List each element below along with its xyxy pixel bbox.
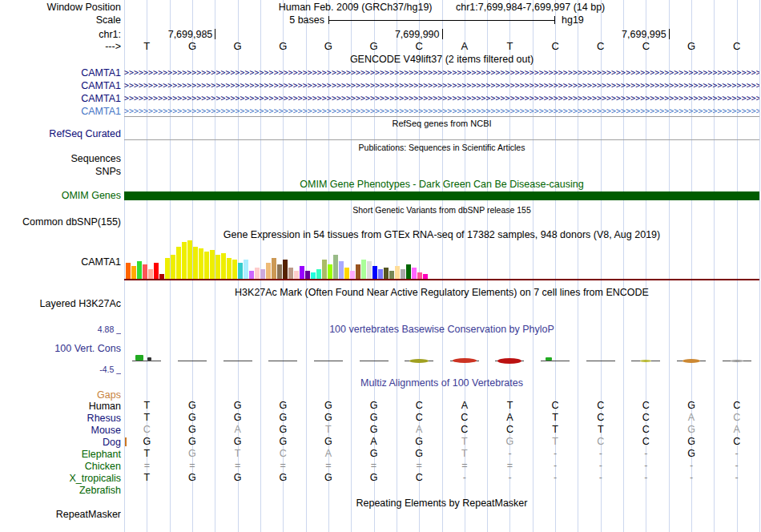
dbsnp-track-label[interactable]: Common dbSNP(155) — [0, 216, 121, 228]
assembly-tag: hg19 — [562, 14, 584, 26]
gtex-bar[interactable] — [305, 271, 310, 279]
h3k27ac-header: H3K27Ac Mark (Often Found Near Active Re… — [124, 287, 759, 298]
gtex-bar[interactable] — [367, 261, 372, 279]
gtex-bar[interactable] — [277, 264, 282, 279]
gtex-bar[interactable] — [199, 248, 203, 279]
gtex-bar[interactable] — [361, 260, 366, 279]
publications-header-row: Publications: Sequences in Scientific Ar… — [0, 142, 761, 153]
scale-bar-right-tick — [554, 16, 555, 24]
gtex-bar[interactable] — [143, 264, 147, 279]
species-label[interactable]: Rhesus — [0, 413, 121, 424]
gtex-bar[interactable] — [417, 272, 422, 279]
species-label[interactable]: Elephant — [0, 449, 121, 460]
gtex-bar[interactable] — [232, 260, 237, 279]
gtex-bar[interactable] — [238, 263, 243, 279]
species-label[interactable]: Mouse — [0, 425, 121, 436]
gtex-bar[interactable] — [328, 264, 332, 279]
alignment-base: G — [306, 412, 352, 424]
gtex-bar[interactable] — [193, 247, 198, 279]
gtex-bar[interactable] — [227, 258, 232, 279]
gene-strand-arrows[interactable]: >>>>>>>>>>>>>>>>>>>>>>>>>>>>>>>>>>>>>>>>… — [124, 92, 759, 105]
gaps-label[interactable]: Gaps — [0, 389, 121, 401]
alignment-base: A — [442, 400, 488, 412]
gtex-bar[interactable] — [356, 264, 360, 279]
gtex-bar[interactable] — [215, 255, 220, 279]
gtex-bar[interactable] — [176, 247, 181, 279]
snps-track-label[interactable]: SNPs — [0, 166, 121, 177]
gtex-bar[interactable] — [395, 266, 400, 279]
conservation-min-row: -4.5 _ — [0, 364, 761, 375]
gtex-bar[interactable] — [255, 268, 260, 279]
species-label[interactable]: Chicken — [0, 461, 121, 472]
gtex-bar[interactable] — [126, 263, 131, 279]
gtex-track-label[interactable]: CAMTA1 — [0, 256, 121, 268]
gene-strand-arrows[interactable]: >>>>>>>>>>>>>>>>>>>>>>>>>>>>>>>>>>>>>>>>… — [124, 105, 759, 118]
gtex-bar[interactable] — [249, 271, 254, 279]
gtex-bar[interactable] — [322, 260, 327, 279]
species-label[interactable]: X_tropicalis — [0, 473, 121, 484]
gtex-bar[interactable] — [384, 268, 389, 279]
species-label[interactable]: Dog — [0, 437, 121, 448]
repeatmasker-header-row: Repeating Elements by RepeatMasker — [0, 498, 761, 509]
gtex-bar[interactable] — [182, 242, 187, 279]
alignment-base: G — [351, 412, 397, 424]
species-label[interactable]: Human — [0, 401, 121, 412]
gtex-bar[interactable] — [401, 269, 405, 279]
sequences-track-label[interactable]: Sequences — [0, 153, 121, 164]
gtex-bar[interactable] — [165, 258, 170, 279]
omim-gene-bar[interactable] — [124, 191, 759, 200]
gtex-bar[interactable] — [288, 268, 293, 279]
gene-strand-arrows[interactable]: >>>>>>>>>>>>>>>>>>>>>>>>>>>>>>>>>>>>>>>>… — [124, 66, 759, 79]
phylop-mark — [147, 357, 151, 361]
gtex-bar[interactable] — [154, 263, 159, 279]
alignment-base: G — [215, 400, 260, 412]
gtex-bar[interactable] — [221, 253, 226, 279]
refseq-curated-label[interactable]: RefSeq Curated — [0, 128, 121, 139]
gtex-bar[interactable] — [148, 269, 153, 279]
gene-label[interactable]: CAMTA1 — [0, 93, 121, 104]
gtex-bar[interactable] — [244, 260, 248, 279]
gtex-bar[interactable] — [266, 263, 271, 279]
gtex-bar[interactable] — [171, 255, 175, 279]
gtex-bar[interactable] — [137, 261, 142, 279]
gtex-bar[interactable] — [316, 269, 321, 279]
gtex-bar[interactable] — [300, 266, 304, 279]
window-position-row: Window Position Human Feb. 2009 (GRCh37/… — [0, 2, 761, 13]
scale-bar-line — [328, 20, 555, 21]
species-label[interactable]: Zebrafish — [0, 485, 121, 496]
gtex-bar[interactable] — [283, 260, 288, 279]
gtex-bar[interactable] — [311, 272, 316, 279]
snps-track-row: SNPs — [0, 166, 761, 177]
gtex-bar[interactable] — [187, 240, 192, 279]
gtex-bar[interactable] — [372, 266, 377, 279]
gtex-bar[interactable] — [344, 268, 349, 279]
gtex-bar[interactable] — [272, 258, 276, 279]
gtex-bar[interactable] — [339, 261, 344, 279]
alignment-base: = — [397, 460, 442, 472]
gtex-bar[interactable] — [406, 264, 411, 279]
conservation-track-label[interactable]: 100 Vert. Cons — [0, 343, 121, 354]
gtex-bar[interactable] — [423, 274, 428, 279]
phylop-zero-tick — [314, 361, 343, 361]
repeatmasker-track-label[interactable]: RepeatMasker — [0, 509, 121, 520]
gtex-bar[interactable] — [210, 250, 215, 279]
gtex-bar[interactable] — [294, 271, 299, 279]
gtex-bar[interactable] — [333, 255, 338, 279]
gtex-bar[interactable] — [204, 252, 209, 279]
alignment-row[interactable] — [124, 484, 759, 496]
gtex-bar[interactable] — [350, 271, 355, 279]
gtex-bar[interactable] — [412, 268, 417, 279]
gtex-bar[interactable] — [260, 269, 265, 279]
gtex-bar[interactable] — [378, 269, 383, 279]
gtex-bar[interactable] — [159, 274, 164, 279]
h3k27ac-track-label[interactable]: Layered H3K27Ac — [0, 298, 121, 309]
gene-strand-arrows[interactable]: >>>>>>>>>>>>>>>>>>>>>>>>>>>>>>>>>>>>>>>>… — [124, 79, 759, 92]
gene-label[interactable]: CAMTA1 — [0, 80, 121, 91]
gtex-bar[interactable] — [131, 266, 136, 279]
gene-label[interactable]: CAMTA1 — [0, 67, 121, 79]
scale-bar-text: 5 bases — [289, 14, 324, 26]
gene-label[interactable]: CAMTA1 — [0, 106, 121, 117]
omim-track-label[interactable]: OMIM Genes — [0, 191, 121, 200]
alignment-base: A — [487, 412, 533, 424]
gtex-bar[interactable] — [389, 271, 394, 279]
